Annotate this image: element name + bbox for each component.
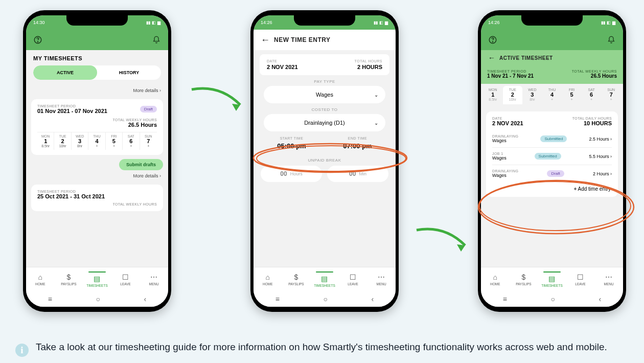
bottom-nav: ⌂HOME $PAYSLIPS ▤TIMESHEETS ☐LEAVE ⋯MENU: [254, 267, 396, 291]
nav-menu[interactable]: ⋯MENU: [367, 267, 396, 291]
nav-leave[interactable]: ☐LEAVE: [566, 267, 595, 291]
phone-notch: [294, 15, 355, 26]
app-bar: ← NEW TIME ENTRY: [254, 30, 396, 50]
week-tab[interactable]: WED38hr: [522, 86, 542, 104]
svg-point-3: [492, 41, 493, 42]
start-time-value[interactable]: 05:00 pm: [261, 142, 323, 150]
nav-timesheets[interactable]: ▤TIMESHEETS: [83, 267, 111, 291]
home-system-icon[interactable]: ○: [96, 295, 100, 303]
chevron-down-icon: ⌄: [374, 120, 378, 126]
nav-payslips[interactable]: $PAYSLIPS: [282, 267, 311, 291]
bottom-nav: ⌂HOME $PAYSLIPS ▤TIMESHEETS ☐LEAVE ⋯MENU: [26, 267, 168, 291]
phone-notch: [66, 15, 128, 26]
bell-icon[interactable]: [152, 35, 161, 44]
submit-drafts-button[interactable]: Submit drafts: [119, 159, 163, 170]
day-cell[interactable]: WED38hr: [72, 132, 88, 150]
nav-timesheets[interactable]: ▤TIMESHEETS: [538, 267, 566, 291]
page-title: ACTIVE TIMESHEET: [499, 55, 553, 61]
system-nav: ≡ ○ ‹: [26, 291, 168, 307]
nav-menu[interactable]: ⋯MENU: [594, 267, 623, 291]
footnote-text: Take a look at our timesheeting guide fo…: [36, 342, 607, 353]
period-value: 1 Nov 21 - 7 Nov 21: [487, 73, 534, 79]
end-time-value[interactable]: 07:00 pm: [327, 142, 388, 150]
menu-icon: ⋯: [150, 273, 157, 281]
day-cell[interactable]: SAT6+: [123, 132, 140, 150]
home-system-icon[interactable]: ○: [324, 295, 328, 303]
system-nav: ≡ ○ ‹: [481, 291, 623, 307]
recents-icon[interactable]: ≡: [275, 295, 280, 303]
daily-hours-label: TOTAL DAILY HOURS: [572, 117, 612, 120]
help-icon[interactable]: [488, 35, 497, 44]
status-time: 14:26: [261, 20, 272, 25]
nav-home[interactable]: ⌂HOME: [254, 267, 282, 291]
time-entry-row[interactable]: DRAINLAYINGWages Submitted 2.5 Hours ›: [492, 130, 612, 148]
segment-history[interactable]: HISTORY: [97, 65, 161, 80]
day-cell[interactable]: THU4+: [88, 132, 105, 150]
status-time: 14:26: [488, 20, 500, 25]
day-cell[interactable]: TUE210hr: [54, 132, 71, 150]
week-tab[interactable]: THU4+: [542, 86, 562, 104]
period-label: TIMESHEET PERIOD: [487, 70, 534, 73]
add-time-entry-button[interactable]: + Add time entry: [492, 182, 612, 192]
back-arrow-icon[interactable]: ←: [488, 54, 495, 62]
nav-leave[interactable]: ☐LEAVE: [339, 267, 367, 291]
recents-icon[interactable]: ≡: [503, 295, 507, 303]
leave-icon: ☐: [122, 273, 129, 281]
date-label: DATE: [492, 117, 523, 120]
home-system-icon[interactable]: ○: [551, 295, 555, 303]
more-details-link[interactable]: More details ›: [26, 85, 168, 96]
back-arrow-icon[interactable]: ←: [261, 35, 270, 44]
timesheet-card: TIMESHEET PERIOD 01 Nov 2021 - 07 Nov 20…: [31, 99, 163, 155]
home-icon: ⌂: [38, 273, 42, 281]
week-tab[interactable]: SAT6+: [582, 86, 602, 104]
total-hours-label: TOTAL HOURS: [355, 59, 382, 63]
period-label: TIMESHEET PERIOD: [37, 190, 157, 193]
payslips-icon: $: [294, 273, 298, 281]
week-tab[interactable]: MON18.5hr: [483, 86, 503, 104]
day-cell[interactable]: MON18.5hr: [37, 132, 54, 150]
home-icon: ⌂: [493, 273, 497, 281]
week-tab[interactable]: SUN7+: [601, 86, 621, 104]
status-icons: ▮▮ ◧ ▆: [374, 20, 388, 25]
break-hours-input[interactable]: 00Hours: [261, 166, 322, 182]
nav-home[interactable]: ⌂HOME: [481, 267, 510, 291]
back-system-icon[interactable]: ‹: [372, 295, 374, 303]
svg-point-1: [37, 41, 38, 42]
nav-leave[interactable]: ☐LEAVE: [111, 267, 140, 291]
more-details-link[interactable]: More details ›: [26, 170, 168, 182]
timesheets-icon: ▤: [321, 275, 328, 283]
nav-timesheets[interactable]: ▤TIMESHEETS: [310, 267, 339, 291]
week-tab[interactable]: FRI5+: [562, 86, 582, 104]
phone-new-time-entry: 14:26 ▮▮ ◧ ▆ ← NEW TIME ENTRY DATE 2 NOV…: [250, 10, 399, 312]
bell-icon[interactable]: [607, 35, 616, 44]
time-entry-row[interactable]: DRAINLAYINGWages Draft 2 Hours ›: [492, 165, 612, 182]
week-tab-selected[interactable]: TUE210hr: [503, 86, 523, 104]
period-label: TIMESHEET PERIOD: [37, 104, 107, 108]
nav-payslips[interactable]: $PAYSLIPS: [55, 267, 83, 291]
day-cell[interactable]: FRI5+: [106, 132, 123, 150]
pay-type-select[interactable]: Wages⌄: [264, 86, 385, 103]
back-system-icon[interactable]: ‹: [144, 295, 147, 303]
help-icon[interactable]: [33, 35, 42, 44]
sub-app-bar: ← ACTIVE TIMESHEET: [481, 50, 623, 65]
nav-payslips[interactable]: $PAYSLIPS: [510, 267, 538, 291]
back-system-icon[interactable]: ‹: [599, 295, 602, 303]
segment-active[interactable]: ACTIVE: [33, 65, 97, 80]
break-min-input[interactable]: 00Min: [327, 166, 388, 182]
costed-to-select[interactable]: Drainlaying (D1)⌄: [264, 114, 385, 131]
draft-badge: Draft: [140, 106, 157, 112]
page-title: MY TIMESHEETS: [26, 50, 168, 65]
date-value: 2 NOV 2021: [492, 120, 523, 126]
period-header: TIMESHEET PERIOD 1 Nov 21 - 7 Nov 21 TOT…: [481, 65, 623, 84]
day-cell[interactable]: SUN7+: [140, 132, 157, 150]
time-entry-row[interactable]: JOB 1Wages Submitted 5.5 Hours ›: [492, 148, 612, 165]
period-value: 01 Nov 2021 - 07 Nov 2021: [37, 108, 107, 114]
day-detail-card: DATE 2 NOV 2021 TOTAL DAILY HOURS 10 HOU…: [486, 111, 618, 197]
status-time: 14:30: [33, 20, 45, 25]
nav-home[interactable]: ⌂HOME: [26, 267, 55, 291]
week-grid: MON18.5hr TUE210hr WED38hr THU4+ FRI5+ S…: [37, 132, 157, 150]
phone-active-timesheet: 14:26 ▮▮ ◧ ▆ ← ACTIVE TIMESHEET TIMESHEE…: [478, 10, 626, 312]
weekly-hours-label: TOTAL WEEKLY HOURS: [572, 70, 617, 73]
nav-menu[interactable]: ⋯MENU: [140, 267, 168, 291]
recents-icon[interactable]: ≡: [48, 295, 52, 303]
